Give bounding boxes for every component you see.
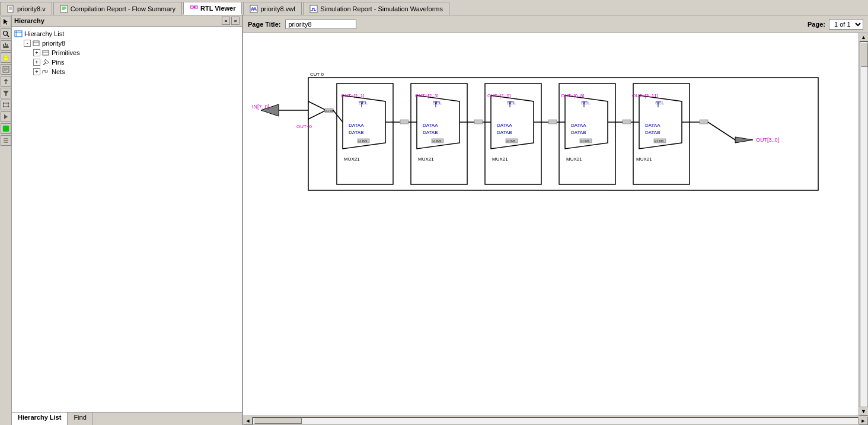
svg-rect-8 [190,6,193,8]
tab-priority8vwf[interactable]: priority8.vwf [243,2,302,15]
h-scroll-thumb[interactable] [254,418,302,424]
hierarchy-list-icon [14,30,23,38]
svg-text:MUX21: MUX21 [566,156,582,162]
h-scroll-right-btn[interactable]: ► [859,417,868,425]
svg-marker-14 [4,19,8,25]
svg-marker-57 [308,101,326,119]
svg-text:DATAA: DATAA [571,123,586,128]
list-btn[interactable] [1,135,11,146]
svg-text:SEL: SEL [655,100,665,106]
svg-marker-11 [194,6,196,8]
rtl-area: Page Title: Page: 1 of 1 IN[7. [243,15,868,425]
svg-text:DATAB: DATAB [645,130,660,135]
left-toolbar [0,15,12,425]
svg-text:DATAB: DATAB [571,130,586,135]
tree-item-priority8[interactable]: - priority8 [14,39,240,48]
svg-text:DATAA: DATAA [497,123,512,128]
tab-label: priority8.v [17,5,46,12]
v-scroll-down-btn[interactable]: ▼ [859,407,869,416]
toggle-pins[interactable]: + [33,59,40,66]
page-select[interactable]: 1 of 1 [829,19,863,30]
svg-rect-121 [700,120,708,124]
hierarchy-title: Hierarchy [14,17,44,24]
color-btn[interactable] [1,123,11,134]
svg-text:MUX21: MUX21 [344,156,360,162]
svg-line-16 [7,35,9,37]
svg-rect-49 [43,50,49,55]
svg-text:DATAB: DATAB [497,130,512,135]
svg-text:SEL: SEL [507,100,516,106]
svg-point-32 [7,103,8,104]
svg-point-34 [7,106,8,107]
svg-text:OUT~0: OUT~0 [296,124,312,129]
zoom-tool-btn[interactable] [1,28,11,39]
tab-simulation[interactable]: Simulation Report - Simulation Waveforms [303,2,449,15]
svg-text:OUT~[1..5]: OUT~[1..5] [487,93,510,98]
file-icon [7,5,15,13]
main-layout: Hierarchy × × Hierarchy List - pri [0,15,868,425]
hierarchy-content: Hierarchy List - priority8 + Primitives [12,27,242,412]
svg-rect-4 [60,5,68,12]
arrow-right-btn[interactable] [1,111,11,122]
svg-text:≥1 INS: ≥1 INS [432,139,442,143]
svg-rect-47 [33,41,39,46]
tab-find[interactable]: Find [68,413,92,425]
svg-text:≥1 INS: ≥1 INS [358,139,368,143]
svg-marker-39 [4,114,8,119]
hierarchy-close-btn[interactable]: × [231,17,240,25]
svg-text:SEL: SEL [359,100,368,106]
filter-btn[interactable] [1,88,11,98]
svg-text:OUT~[3..11]: OUT~[3..11] [632,93,658,98]
tab-priority8v[interactable]: priority8.v [0,2,52,15]
svg-text:IN[7..0]: IN[7..0] [252,104,269,110]
svg-rect-40 [3,126,9,132]
svg-marker-22 [4,55,8,57]
toggle-primitives[interactable]: + [33,49,40,56]
tree-label-priority8: priority8 [42,40,65,47]
page-label: Page: [808,21,825,28]
tab-rtl[interactable]: RTL Viewer [183,2,242,15]
hierarchy-pin-btn[interactable]: × [222,17,230,25]
toggle-nets[interactable]: + [33,68,40,75]
tree-item-nets[interactable]: + Nets [14,67,240,76]
expand-btn[interactable] [1,76,11,87]
svg-text:≥1 INS: ≥1 INS [506,139,516,143]
tab-label: Compilation Report - Flow Summary [71,5,175,12]
select-tool-btn[interactable] [1,17,11,27]
rtl-canvas[interactable]: IN[7..0] OUT~0 ≥1 INS CUT 0 [243,33,859,416]
sim-icon [309,5,318,13]
svg-text:MUX21: MUX21 [636,156,652,162]
svg-text:DATAB: DATAB [349,130,363,135]
netlist-btn[interactable] [1,100,11,110]
tree-item-pins[interactable]: + Pins [14,57,240,67]
tab-bar: priority8.v Compilation Report - Flow Su… [0,0,868,15]
svg-line-122 [708,122,735,140]
page-title-label: Page Title: [248,21,280,28]
svg-point-33 [2,106,4,107]
tree-item-hierarchy-list[interactable]: Hierarchy List [14,29,240,39]
svg-rect-0 [8,5,13,12]
svg-text:SEL: SEL [581,100,591,106]
svg-text:≥1 INS: ≥1 INS [580,139,590,143]
pin-icon [42,58,50,66]
highlight-tool-btn[interactable] [1,52,11,63]
h-scroll-left-btn[interactable]: ◄ [243,417,253,425]
v-scroll-thumb[interactable] [861,43,868,67]
svg-marker-123 [735,137,753,143]
canvas-row: IN[7..0] OUT~0 ≥1 INS CUT 0 [243,33,868,416]
hierarchy-panel: Hierarchy × × Hierarchy List - pri [12,15,243,425]
tab-compilation[interactable]: Compilation Report - Flow Summary [53,2,182,15]
pan-tool-btn[interactable] [1,40,11,51]
toggle-priority8[interactable]: - [24,40,31,47]
v-scroll-up-btn[interactable]: ▲ [859,33,869,41]
tab-label: Simulation Report - Simulation Waveforms [320,5,443,12]
svg-rect-17 [5,43,6,46]
svg-rect-12 [250,5,257,12]
tree-item-primitives[interactable]: + Primitives [14,48,240,57]
page-title-input[interactable] [285,20,356,29]
property-btn[interactable] [1,64,11,75]
svg-text:DATAA: DATAA [645,123,660,128]
tab-hierarchy-list[interactable]: Hierarchy List [12,413,68,425]
box-icon-primitives [42,49,50,57]
svg-text:OUT~[2..3]: OUT~[2..3] [415,93,438,98]
